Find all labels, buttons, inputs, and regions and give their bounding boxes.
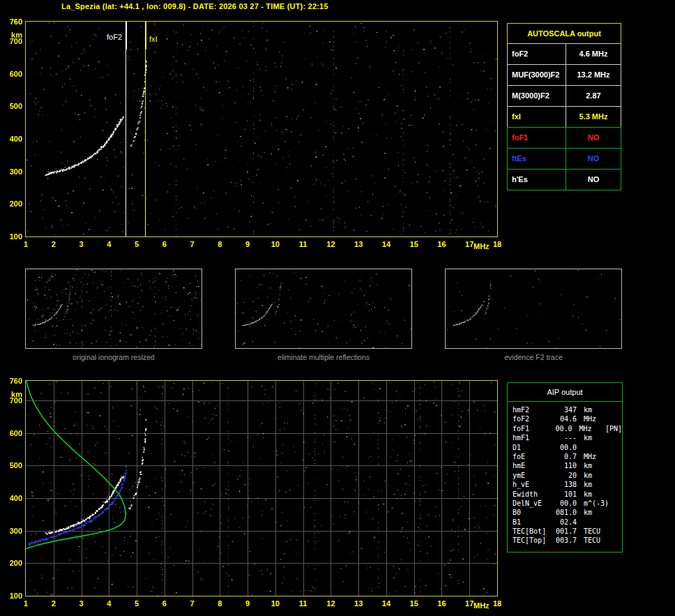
y-tick-label: 600 <box>1 70 22 78</box>
aip-value: 138 <box>552 481 577 490</box>
autoscala-row-value: 13.2 MHz <box>566 64 621 86</box>
autoscala-row-value: 4.6 MHz <box>566 43 621 65</box>
aip-table-row: hmF2347km <box>513 406 622 415</box>
aip-label: foF1 <box>513 425 549 434</box>
aip-unit: km <box>577 434 610 443</box>
aip-label: TEC[Top] <box>513 536 552 546</box>
y-tick-label: 500 <box>1 102 22 110</box>
x-tick-label: 8 <box>211 599 229 608</box>
y-tick-label: 300 <box>1 167 22 176</box>
autoscala-table-row: h'EsNO <box>507 169 621 190</box>
x-tick-label: 12 <box>321 599 340 608</box>
aip-table-row: h_vE138km <box>513 481 622 490</box>
x-tick-label: 14 <box>377 599 395 608</box>
aip-value: --- <box>552 434 577 443</box>
x-tick-label: 3 <box>73 240 91 248</box>
thumbnail-canvas-filtered <box>236 269 411 348</box>
aip-extra: [PN] <box>604 425 622 434</box>
aip-extra <box>610 518 612 527</box>
autoscala-table-body: foF24.6 MHzMUF(3000)F213.2 MHzM(3000)F22… <box>507 43 621 190</box>
autoscala-row-value: NO <box>566 127 621 149</box>
aip-unit: m^(-3) <box>577 499 610 509</box>
x-tick-label: 15 <box>405 240 423 248</box>
aip-value: 04.6 <box>552 415 577 424</box>
aip-extra <box>610 415 612 424</box>
aip-unit: km <box>577 509 610 518</box>
y-tick-label: 200 <box>1 559 22 567</box>
aip-table-row: ymE20km <box>513 472 622 481</box>
aip-table-row: foF204.6MHz <box>513 415 622 424</box>
aip-table-row: TEC[Top]003.7TECU <box>513 536 622 546</box>
aip-unit: MHz <box>577 453 610 462</box>
y-tick-label: 760 <box>1 17 22 26</box>
mhz-axis-label: MHz <box>473 601 490 610</box>
thumbnail-caption-filtered: eliminate multiple reflections <box>235 353 412 361</box>
aip-table-row: Ewidth101km <box>513 490 622 499</box>
aip-unit: km <box>577 472 610 481</box>
x-tick-label: 2 <box>45 599 63 608</box>
x-tick-label: 16 <box>432 240 450 248</box>
x-tick-label: 4 <box>100 240 118 248</box>
x-tick-label: 5 <box>128 240 146 248</box>
aip-extra <box>610 527 612 536</box>
aip-label: Ewidth <box>513 490 552 499</box>
mhz-axis-label: MHz <box>473 242 490 250</box>
aip-value: 003.7 <box>552 536 577 546</box>
x-tick-label: 7 <box>183 240 202 248</box>
aip-value: 00.0 <box>552 444 577 453</box>
y-tick-label: 200 <box>1 200 22 208</box>
thumbnail-panel-original <box>25 269 202 349</box>
autoscala-table-row: MUF(3000)F213.2 MHz <box>507 64 621 86</box>
aip-value: 02.4 <box>552 518 577 527</box>
bottom-ionogram-plot: 760700600500400300200100km12345678910111… <box>25 380 498 596</box>
aip-value: 20 <box>552 472 577 481</box>
aip-unit: km <box>577 462 610 471</box>
x-tick-label: 16 <box>432 599 450 608</box>
aip-unit: MHz <box>572 425 604 434</box>
thumbnail-panel-filtered <box>235 269 412 349</box>
aip-value: 110 <box>552 462 577 471</box>
aip-table: AIP output hmF2347kmfoF204.6MHzfoF100.0M… <box>507 382 623 553</box>
km-axis-label: km <box>1 31 22 39</box>
aip-label: DelN_vE <box>513 499 552 509</box>
autoscala-row-value: NO <box>566 148 621 170</box>
aip-label: ymE <box>513 472 552 481</box>
autoscala-row-label: fxI <box>507 106 566 128</box>
aip-table-row: hmE110km <box>513 462 622 471</box>
autoscala-screen: La_Spezia (lat: +44.1 , lon: 009.8) - DA… <box>0 0 675 616</box>
autoscala-row-label: h'Es <box>507 169 566 190</box>
aip-extra <box>610 453 612 462</box>
y-tick-label: 500 <box>1 461 22 469</box>
x-tick-label: 8 <box>211 240 229 248</box>
y-tick-label: 600 <box>1 429 22 437</box>
aip-table-row: D100.0 <box>513 444 622 453</box>
autoscala-row-value: NO <box>566 169 621 190</box>
aip-table-header: AIP output <box>508 383 622 402</box>
autoscala-row-label: ftEs <box>507 148 566 170</box>
x-tick-label: 14 <box>377 240 395 248</box>
x-tick-label: 1 <box>17 599 35 608</box>
aip-label: foE <box>513 453 552 462</box>
x-tick-label: 6 <box>156 240 174 248</box>
aip-value: 001.7 <box>552 527 577 536</box>
x-tick-label: 10 <box>266 599 285 608</box>
y-tick-label: 400 <box>1 494 22 502</box>
aip-label: B0 <box>513 509 552 518</box>
autoscala-table-row: foF24.6 MHz <box>507 43 621 65</box>
y-tick-label: 300 <box>1 527 22 535</box>
x-tick-label: 10 <box>266 240 285 248</box>
fxi-marker-label: fxI <box>148 35 159 43</box>
aip-table-row: foF100.0MHz[PN] <box>513 425 622 434</box>
aip-label: foF2 <box>513 415 552 424</box>
aip-extra <box>610 490 612 499</box>
aip-value: 0.7 <box>552 453 577 462</box>
thumbnail-panel-f2-trace <box>445 269 622 349</box>
aip-table-row: DelN_vE00.0m^(-3) <box>513 499 622 509</box>
autoscala-table-row: fxI5.3 MHz <box>507 106 621 128</box>
aip-unit: km <box>577 490 610 499</box>
x-tick-label: 5 <box>128 599 146 608</box>
autoscala-table-row: foF1NO <box>507 127 621 149</box>
fof2-marker-label: foF2 <box>98 33 123 41</box>
autoscala-table-row: M(3000)F22.87 <box>507 85 621 107</box>
x-tick-label: 9 <box>238 240 257 248</box>
